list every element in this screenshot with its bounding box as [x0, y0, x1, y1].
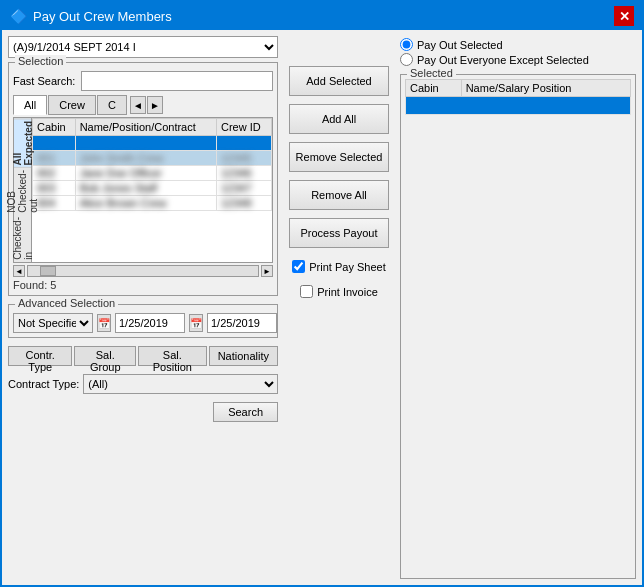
adv-row: Not Specifier 📅 📅	[13, 313, 273, 333]
filter-tab-sal-position[interactable]: Sal. Position	[138, 346, 207, 366]
cell-cabin: 002	[33, 166, 76, 181]
scroll-thumb	[40, 266, 56, 276]
scrollbar-row: ◄ ►	[13, 265, 273, 277]
window-icon: 🔷	[10, 8, 27, 24]
cell-name	[75, 136, 216, 151]
window-title: Pay Out Crew Members	[33, 9, 172, 24]
selection-group-label: Selection	[15, 55, 66, 67]
pay-out-selected-label: Pay Out Selected	[417, 39, 503, 51]
table-row[interactable]: 001 John Smith Crew 12345	[33, 151, 272, 166]
cell-cabin: 001	[33, 151, 76, 166]
add-all-button[interactable]: Add All	[289, 104, 389, 134]
advanced-selection-group: Advanced Selection Not Specifier 📅 📅	[8, 304, 278, 338]
add-selected-button[interactable]: Add Selected	[289, 66, 389, 96]
pay-out-everyone-radio[interactable]	[400, 53, 413, 66]
main-window: 🔷 Pay Out Crew Members ✕ (A)9/1/2014 SEP…	[0, 0, 644, 587]
scroll-right-arrow[interactable]: ►	[261, 265, 273, 277]
side-labels: All Expected NOB Checked-out Checked-in	[13, 117, 31, 263]
contract-type-row: Contract Type: (All)	[8, 374, 278, 394]
process-payout-button[interactable]: Process Payout	[289, 218, 389, 248]
tab-crew[interactable]: Crew	[48, 95, 96, 115]
crew-table-container: All Expected NOB Checked-out Checked-in …	[13, 117, 273, 263]
selected-col-cabin: Cabin	[406, 80, 462, 97]
fast-search-input[interactable]	[81, 71, 273, 91]
crew-table-wrapper: Cabin Name/Position/Contract Crew ID	[31, 117, 273, 263]
selected-group-label: Selected	[407, 67, 456, 79]
cell-crewid	[216, 136, 271, 151]
search-button[interactable]: Search	[213, 402, 278, 422]
scroll-left-arrow[interactable]: ◄	[13, 265, 25, 277]
fast-search-row: Fast Search:	[13, 71, 273, 91]
nav-left-button[interactable]: ◄	[130, 96, 146, 114]
selected-table: Cabin Name/Salary Position	[405, 79, 631, 115]
selected-table-row[interactable]	[406, 97, 631, 115]
side-label-all-expected[interactable]: All Expected	[14, 118, 31, 167]
cell-name: Jane Doe Officer	[75, 166, 216, 181]
cell-crewid: 12346	[216, 166, 271, 181]
pay-out-everyone-label: Pay Out Everyone Except Selected	[417, 54, 589, 66]
date-input-2[interactable]	[207, 313, 277, 333]
date-input-1[interactable]	[115, 313, 185, 333]
nav-right-button[interactable]: ►	[147, 96, 163, 114]
filter-tab-nationality[interactable]: Nationality	[209, 346, 278, 366]
calendar-icon-2[interactable]: 📅	[189, 314, 203, 332]
side-label-checked-in[interactable]: Checked-in	[14, 215, 31, 262]
search-btn-row: Search	[8, 402, 278, 422]
remove-all-button[interactable]: Remove All	[289, 180, 389, 210]
cell-crewid: 12347	[216, 181, 271, 196]
cell-name: Alice Brown Crew	[75, 196, 216, 211]
main-content: (A)9/1/2014 SEPT 2014 I Selection Fast S…	[2, 30, 642, 585]
print-invoice-checkbox[interactable]	[300, 285, 313, 298]
advanced-selection-label: Advanced Selection	[15, 297, 118, 309]
remove-selected-button[interactable]: Remove Selected	[289, 142, 389, 172]
middle-panel: Add Selected Add All Remove Selected Rem…	[284, 36, 394, 579]
cell-crewid: 12345	[216, 151, 271, 166]
calendar-icon-1[interactable]: 📅	[97, 314, 111, 332]
col-name: Name/Position/Contract	[75, 119, 216, 136]
cell-name: Bob Jones Staff	[75, 181, 216, 196]
selected-col-name: Name/Salary Position	[461, 80, 630, 97]
left-panel: (A)9/1/2014 SEPT 2014 I Selection Fast S…	[8, 36, 278, 579]
fast-search-label: Fast Search:	[13, 75, 75, 87]
selection-group: Selection Fast Search: All Crew C ◄ ►	[8, 62, 278, 296]
table-row[interactable]: 004 Alice Brown Crew 12348	[33, 196, 272, 211]
print-invoice-label: Print Invoice	[317, 286, 378, 298]
cell-cabin: 003	[33, 181, 76, 196]
print-pay-sheet-row: Print Pay Sheet	[292, 260, 385, 273]
selected-group: Selected Cabin Name/Salary Position	[400, 74, 636, 579]
radio-pay-out-everyone-row: Pay Out Everyone Except Selected	[400, 53, 636, 66]
crew-table: Cabin Name/Position/Contract Crew ID	[32, 118, 272, 211]
found-label: Found: 5	[13, 279, 273, 291]
contract-type-label: Contract Type:	[8, 378, 79, 390]
tabs-row: All Crew C ◄ ►	[13, 95, 273, 115]
tab-all[interactable]: All	[13, 95, 47, 115]
scroll-track[interactable]	[27, 265, 259, 277]
side-label-nob[interactable]: NOB Checked-out	[14, 167, 31, 215]
radio-group: Pay Out Selected Pay Out Everyone Except…	[400, 36, 636, 68]
filter-tab-contr-type[interactable]: Contr. Type	[8, 346, 72, 366]
filter-tabs: Contr. Type Sal. Group Sal. Position Nat…	[8, 346, 278, 366]
radio-pay-out-selected-row: Pay Out Selected	[400, 38, 636, 51]
col-cabin: Cabin	[33, 119, 76, 136]
table-row[interactable]: 002 Jane Doe Officer 12346	[33, 166, 272, 181]
pay-out-selected-radio[interactable]	[400, 38, 413, 51]
col-crewid: Crew ID	[216, 119, 271, 136]
tab-c[interactable]: C	[97, 95, 127, 115]
table-row[interactable]: 003 Bob Jones Staff 12347	[33, 181, 272, 196]
nav-buttons: ◄ ►	[130, 96, 163, 114]
not-specified-dropdown[interactable]: Not Specifier	[13, 313, 93, 333]
close-button[interactable]: ✕	[614, 6, 634, 26]
title-bar: 🔷 Pay Out Crew Members ✕	[2, 2, 642, 30]
print-pay-sheet-label: Print Pay Sheet	[309, 261, 385, 273]
right-panel: Pay Out Selected Pay Out Everyone Except…	[400, 36, 636, 579]
contract-type-dropdown[interactable]: (All)	[83, 374, 278, 394]
table-row[interactable]	[33, 136, 272, 151]
cell-name: John Smith Crew	[75, 151, 216, 166]
selected-cell-cabin	[406, 97, 631, 115]
title-bar-left: 🔷 Pay Out Crew Members	[10, 8, 172, 24]
cell-crewid: 12348	[216, 196, 271, 211]
cell-cabin: 004	[33, 196, 76, 211]
filter-tab-sal-group[interactable]: Sal. Group	[74, 346, 136, 366]
print-invoice-row: Print Invoice	[300, 285, 378, 298]
print-pay-sheet-checkbox[interactable]	[292, 260, 305, 273]
